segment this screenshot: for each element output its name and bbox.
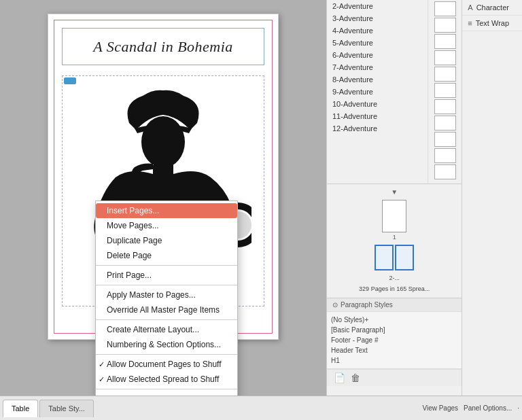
menu-override-master[interactable]: Override All Master Page Items — [96, 302, 237, 317]
page-thumb-3 — [434, 34, 456, 49]
paragraph-styles-list: (No Styles)+ [Basic Paragraph] Footer - … — [327, 312, 462, 369]
tab-table-style[interactable]: Table Sty... — [39, 400, 94, 417]
bottom-tabs-bar: Table Table Sty... View Pages Panel Opti… — [0, 396, 522, 420]
page-item-2-adventure[interactable]: 2-Adventure — [327, 0, 428, 12]
menu-move-pages[interactable]: Move Pages... — [96, 218, 237, 233]
page-item-5-adventure[interactable]: 5-Adventure — [327, 37, 428, 49]
page-item-12-adventure[interactable]: 12-Adventure — [327, 122, 428, 135]
title-box: A Scandal in Bohemia — [62, 28, 264, 65]
page-item-3-adventure[interactable]: 3-Adventure — [327, 12, 428, 24]
menu-delete-page[interactable]: Delete Page — [96, 248, 237, 263]
menu-separator-5 — [96, 389, 237, 389]
panel-options-link[interactable]: Panel Options... — [464, 404, 512, 412]
text-wrap-label: Text Wrap — [476, 19, 509, 27]
canvas-area: A Scandal in Bohemia — [0, 0, 326, 396]
menu-separator-1 — [96, 265, 237, 266]
page-item-10-adventure[interactable]: 10-Adventure — [327, 98, 428, 110]
page-thumb-2 — [434, 18, 456, 33]
menu-numbering-section[interactable]: Numbering & Section Options... — [96, 337, 237, 352]
character-textwrap-panel: A Character ≡ Text Wrap — [462, 0, 522, 396]
page-item-11-adventure[interactable]: 11-Adventure — [327, 110, 428, 122]
page-item-4-adventure[interactable]: 4-Adventure — [327, 24, 428, 37]
view-pages-link[interactable]: View Pages — [422, 404, 458, 412]
character-icon: A — [468, 3, 472, 12]
page-title: A Scandal in Bohemia — [93, 38, 233, 56]
page-item-6-adventure[interactable]: 6-Adventure — [327, 49, 428, 61]
menu-allow-doc-pages[interactable]: Allow Document Pages to Shuff — [96, 357, 237, 372]
page-number-label: 1 — [393, 234, 396, 241]
single-page-thumb[interactable] — [382, 200, 406, 232]
page-item-7-adventure[interactable]: 7-Adventure — [327, 61, 428, 73]
menu-print-page[interactable]: Print Page... — [96, 268, 237, 283]
page-thumb-7 — [434, 99, 456, 114]
page-item-9-adventure[interactable]: 9-Adventure — [327, 86, 428, 98]
paragraph-styles-toggle-icon: ⊙ — [332, 301, 338, 309]
text-wrap-panel-item[interactable]: ≡ Text Wrap — [462, 16, 522, 31]
pages-thumbnails-column — [428, 0, 462, 183]
menu-separator-2 — [96, 285, 237, 285]
tab-table-label: Table — [12, 404, 29, 413]
page-thumb-11 — [434, 164, 456, 179]
paragraph-styles-header[interactable]: ⊙ Paragraph Styles — [327, 298, 462, 312]
menu-insert-pages[interactable]: Insert Pages... — [96, 203, 237, 218]
new-page-icon[interactable]: 📄 — [331, 371, 348, 385]
page-thumb-6 — [434, 83, 456, 98]
menu-apply-master[interactable]: Apply Master to Pages... — [96, 287, 237, 302]
menu-create-alternate[interactable]: Create Alternate Layout... — [96, 322, 237, 337]
style-item-basic-paragraph[interactable]: [Basic Paragraph] — [331, 325, 457, 335]
pages-status: 329 Pages in 165 Sprea... — [356, 284, 432, 294]
single-page-view: 1 — [382, 200, 406, 242]
menu-allow-selected-spread[interactable]: Allow Selected Spread to Shuff — [96, 372, 237, 387]
pages-section: 2-Adventure 3-Adventure 4-Adventure 5-Ad… — [327, 0, 462, 396]
dots-menu[interactable]: · — [517, 404, 519, 412]
page-thumb-4 — [434, 50, 456, 65]
menu-duplicate-page[interactable]: Duplicate Page — [96, 233, 237, 248]
menu-separator-4 — [96, 354, 237, 355]
spread-label: 2-... — [389, 275, 400, 281]
page-thumb-8 — [434, 116, 456, 130]
spread-right-thumb[interactable] — [395, 245, 414, 270]
bottom-icons-row: 📄 🗑 — [327, 369, 462, 386]
text-wrap-icon: ≡ — [468, 19, 472, 27]
style-item-footer[interactable]: Footer - Page # — [331, 335, 457, 345]
page-thumb-1 — [434, 1, 456, 16]
paragraph-styles-label: Paragraph Styles — [341, 301, 393, 309]
style-item-header-text[interactable]: Header Text — [331, 345, 457, 355]
spread-row — [375, 245, 414, 270]
panel-collapse-arrow[interactable]: ▼ — [391, 188, 398, 196]
pages-bottom-area: ▼ 1 2-... 329 Pages in 165 Sprea... — [327, 183, 462, 298]
tabs-right-items: View Pages Panel Options... · — [422, 404, 519, 412]
trash-icon[interactable]: 🗑 — [348, 371, 363, 385]
page-item-8-adventure[interactable]: 8-Adventure — [327, 73, 428, 86]
tab-table[interactable]: Table — [3, 400, 38, 417]
page-thumb-5 — [434, 67, 456, 82]
character-label: Character — [476, 3, 509, 12]
image-link-indicator — [64, 77, 76, 84]
context-menu: Insert Pages... Move Pages... Duplicate … — [95, 200, 238, 396]
style-item-h1[interactable]: H1 — [331, 355, 457, 366]
svg-point-0 — [141, 116, 185, 168]
menu-separator-3 — [96, 319, 237, 320]
style-item-no-styles[interactable]: (No Styles)+ — [331, 315, 457, 325]
paragraph-styles-section: ⊙ Paragraph Styles (No Styles)+ [Basic P… — [327, 298, 462, 369]
right-panel: 2-Adventure 3-Adventure 4-Adventure 5-Ad… — [326, 0, 522, 396]
pages-names-column: 2-Adventure 3-Adventure 4-Adventure 5-Ad… — [327, 0, 428, 183]
page-thumb-9 — [434, 132, 456, 147]
tab-table-style-label: Table Sty... — [48, 404, 85, 413]
character-panel-item[interactable]: A Character — [462, 0, 522, 16]
main-area: A Scandal in Bohemia — [0, 0, 522, 396]
spread-left-thumb[interactable] — [375, 245, 394, 270]
page-thumb-10 — [434, 148, 456, 163]
menu-page-attributes[interactable]: Page Attributes — [96, 391, 237, 396]
pages-scroll-area[interactable]: 2-Adventure 3-Adventure 4-Adventure 5-Ad… — [327, 0, 462, 183]
